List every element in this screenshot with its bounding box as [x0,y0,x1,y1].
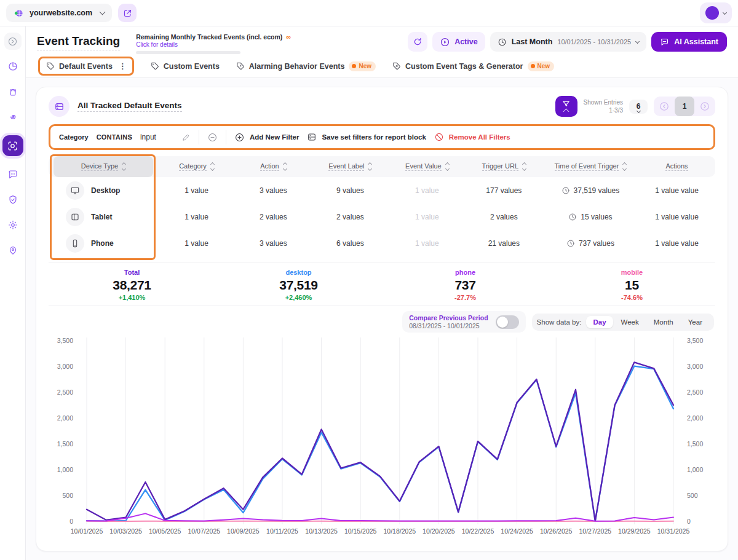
tab-default-events[interactable]: Default Events [46,61,113,71]
sort-icon[interactable] [446,163,449,170]
segment-option-day[interactable]: Day [586,316,613,328]
click-for-details-link[interactable]: Click for details [136,41,291,48]
sidebar-item-feedback[interactable] [4,166,22,183]
filter-panel-button[interactable] [555,96,577,117]
content-area: All Tracked Default Events Shown Entries… [26,77,738,560]
sidebar-item-settings[interactable] [4,216,22,234]
tag-icon [46,61,55,71]
tab-options-kebab[interactable]: ⋮ [119,61,127,71]
ai-assistant-button[interactable]: AI Assistant [651,32,727,52]
remove-filter-button[interactable] [207,132,218,143]
chart-controls: Compare Previous Period 08/31/2025 - 10/… [49,306,715,335]
segment-option-week[interactable]: Week [614,316,646,328]
actions-cell: 1 value value [638,213,715,221]
current-page[interactable]: 1 [675,97,694,116]
divider [226,130,226,144]
y-axis-tick: 1,000 [687,467,703,473]
column-header-event-label[interactable]: Event Label [312,162,389,171]
add-new-filter-button[interactable]: Add New Filter [234,132,300,143]
sort-icon[interactable] [623,163,626,170]
table-row-desktop[interactable]: Desktop 1 value 3 values 9 values 1 valu… [49,177,715,203]
sidebar-item-privacy[interactable] [4,191,22,208]
compare-previous-period: Compare Previous Period 08/31/2025 - 10/… [402,311,525,333]
category-cell: 1 value [158,239,235,248]
event-label-cell: 9 values [312,186,389,195]
sort-icon[interactable] [284,163,287,170]
x-axis-labels: 10/01/202510/03/202510/05/202510/07/2025… [77,527,683,540]
x-axis-label: 10/05/2025 [149,527,181,535]
sort-icon[interactable] [122,163,125,170]
chart-plot-area[interactable] [77,337,683,524]
save-icon [307,132,317,142]
column-header-time-of-event[interactable]: Time of Event Trigger [542,162,638,171]
refresh-button[interactable] [408,32,427,52]
prev-page-button[interactable] [654,101,675,112]
filter-value-input[interactable]: input [140,133,173,141]
x-axis-label: 10/01/2025 [71,527,103,535]
chevron-down-icon [100,9,106,15]
sidebar-collapse-button[interactable] [4,33,22,50]
table-row-tablet[interactable]: Tablet 1 value 2 values 2 values 1 value… [49,203,715,230]
open-website-button[interactable] [118,4,137,22]
x-axis-label: 10/29/2025 [618,527,651,535]
clock-icon [566,239,575,248]
filter-field[interactable]: Category [59,133,89,141]
events-line-chart: 05001,0001,5002,0002,5003,0003,500 05001… [49,337,715,524]
website-selector[interactable]: yourwebsite.com [6,4,112,22]
tab-label: Default Events [59,62,113,71]
badge-dot [352,64,356,68]
y-axis-tick: 500 [62,492,73,499]
no-entry-icon [434,132,444,142]
stat-label: desktop [215,269,382,276]
tab-custom-events[interactable]: Custom Events [150,61,220,71]
column-header-event-value[interactable]: Event Value [389,162,466,171]
table-row-phone[interactable]: Phone 1 value 3 values 6 values 1 value … [49,230,715,256]
y-axis-tick: 1,500 [57,441,73,448]
column-header-action[interactable]: Action [235,162,312,171]
next-page-button[interactable] [694,101,715,112]
show-data-by-label: Show data by: [537,318,582,326]
segment-option-month[interactable]: Month [647,316,680,328]
x-axis-label: 10/13/2025 [305,527,338,535]
sidebar-item-sessions[interactable] [4,108,22,125]
ai-assistant-label: AI Assistant [674,37,718,46]
event-value-cell: 1 value [389,213,466,221]
sort-icon[interactable] [211,163,214,170]
column-header-trigger-url[interactable]: Trigger URL [466,162,542,171]
y-axis-tick: 3,000 [687,363,703,370]
x-axis-label: 10/15/2025 [344,527,377,535]
new-badge: New [349,61,376,71]
date-range-picker[interactable]: Last Month 10/01/2025 - 10/31/2025 [490,32,647,52]
sidebar-item-ecommerce[interactable] [4,83,22,100]
spiral-icon [7,111,18,122]
page-title: Event Tracking [37,34,120,50]
tracking-status-button[interactable]: Active [432,32,485,52]
filter-operator[interactable]: CONTAINS [97,133,132,141]
sort-icon[interactable] [368,163,371,170]
badge-dot [531,64,535,68]
remove-all-filters-label: Remove All Filters [449,133,510,141]
sort-icon[interactable] [523,163,526,170]
x-axis-label: 10/27/2025 [579,527,612,535]
column-header-device-type[interactable]: Device Type [54,156,153,177]
external-link-icon [123,9,132,18]
edit-filter-button[interactable] [181,133,191,142]
segment-option-year[interactable]: Year [681,316,709,328]
compare-toggle[interactable] [496,315,519,329]
remove-all-filters-button[interactable]: Remove All Filters [434,132,510,142]
phone-icon [66,234,84,253]
user-menu[interactable] [700,2,732,23]
sidebar-item-visitors[interactable] [4,242,22,259]
save-filters-button[interactable]: Save set filters for report block [307,132,426,142]
sidebar-item-analytics[interactable] [4,58,22,75]
tab-alarming-behavior-events[interactable]: Alarming Behavior Events New [236,61,376,71]
column-header-category[interactable]: Category [158,162,235,171]
annotation-box-filter-bar: Category CONTAINS input Add New Filter [49,124,715,150]
page-size-select[interactable]: 6 [629,100,648,114]
x-axis-label: 10/22/2025 [462,527,494,535]
period-range: 10/01/2025 - 10/31/2025 [557,38,631,45]
tracked-events-card: All Tracked Default Events Shown Entries… [36,87,728,551]
event-value-cell: 1 value [389,186,466,195]
tab-custom-event-tags-generator[interactable]: Custom Event Tags & Generator New [392,61,554,71]
sidebar-item-event-tracking[interactable] [2,135,23,156]
